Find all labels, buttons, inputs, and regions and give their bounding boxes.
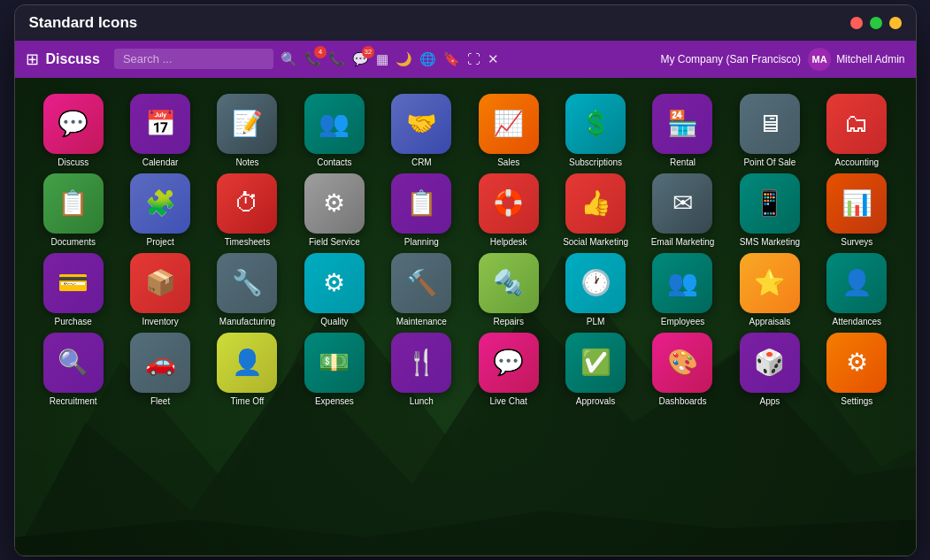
project-label: Project [147,237,174,248]
app-item-quality[interactable]: ⚙Quality [294,253,375,327]
user-info: MA Mitchell Admin [808,48,904,71]
contacts-label: Contacts [317,157,351,168]
surveys-label: Surveys [841,237,872,248]
expenses-icon: 💵 [304,333,365,393]
grid-menu-icon[interactable]: ⊞ [26,50,39,69]
app-item-inventory[interactable]: 📦Inventory [119,253,201,327]
timeoff-icon: 👤 [217,333,277,393]
timesheets-icon: ⏱ [217,173,277,234]
repairs-label: Repairs [493,317,523,327]
bookmark-icon[interactable]: 🔖 [443,51,460,67]
fieldservice-label: Field Service [309,237,360,248]
app-item-settings[interactable]: ⚙Settings [816,333,897,407]
chat-icon[interactable]: 💬 32 [352,51,369,67]
app-item-timesheets[interactable]: ⏱Timesheets [206,173,288,248]
app-item-approvals[interactable]: ✅Approvals [555,333,636,407]
app-item-planning[interactable]: 📋Planning [380,173,462,248]
inventory-label: Inventory [142,317,179,327]
approvals-icon: ✅ [565,333,626,393]
grid-icon[interactable]: ▦ [376,51,388,67]
maximize-button[interactable] [870,17,882,29]
fleet-label: Fleet [150,396,170,407]
app-item-fieldservice[interactable]: ⚙Field Service [294,173,375,248]
close-button[interactable] [850,17,863,29]
apps-grid: 💬Discuss📅Calendar📝Notes👥Contacts🤝CRM📈Sal… [15,78,916,423]
minimize-button[interactable] [889,17,902,29]
sales-icon: 📈 [479,94,539,154]
phone-icon[interactable]: 📞 4 [304,51,321,67]
app-item-manufacturing[interactable]: 🔧Manufacturing [206,253,288,327]
purchase-label: Purchase [55,317,92,327]
app-item-sales[interactable]: 📈Sales [468,94,550,168]
discuss-label: Discuss [58,157,88,168]
maintenance-label: Maintenance [396,317,447,327]
inventory-icon: 📦 [130,253,190,313]
app-item-apps[interactable]: 🎲Apps [729,333,811,407]
app-item-calendar[interactable]: 📅Calendar [119,94,201,168]
app-item-fleet[interactable]: 🚗Fleet [119,333,201,407]
app-item-livechat[interactable]: 💬Live Chat [468,333,550,407]
app-item-purchase[interactable]: 💳Purchase [33,253,114,327]
app-item-project[interactable]: 🧩Project [119,173,201,248]
app-item-rental[interactable]: 🏪Rental [642,94,723,168]
socialmarketing-icon: 👍 [565,173,626,234]
app-item-recruitment[interactable]: 🔍Recruitment [33,333,114,407]
settings-icon: ⚙ [826,333,887,393]
repairs-icon: 🔩 [479,253,539,313]
fieldservice-icon: ⚙ [304,173,365,234]
app-item-crm[interactable]: 🤝CRM [380,94,462,168]
emailmarketing-icon: ✉ [652,173,712,234]
main-content: 💬Discuss📅Calendar📝Notes👥Contacts🤝CRM📈Sal… [15,78,916,556]
rental-icon: 🏪 [652,94,712,154]
globe-icon[interactable]: 🌐 [419,51,436,67]
username: Mitchell Admin [836,53,904,65]
app-item-timeoff[interactable]: 👤Time Off [206,333,288,407]
app-item-employees[interactable]: 👥Employees [642,253,723,327]
app-item-surveys[interactable]: 📊Surveys [816,173,897,248]
app-item-notes[interactable]: 📝Notes [206,94,288,168]
app-item-pos[interactable]: 🖥Point Of Sale [729,94,811,168]
phone-badge: 4 [314,46,327,58]
employees-icon: 👥 [652,253,712,313]
app-item-repairs[interactable]: 🔩Repairs [468,253,550,327]
documents-icon: 📋 [43,173,104,234]
calendar-label: Calendar [142,157,179,168]
app-item-helpdesk[interactable]: 🛟Helpdesk [468,173,550,248]
app-item-discuss[interactable]: 💬Discuss [33,94,114,168]
app-item-lunch[interactable]: 🍴Lunch [380,333,462,407]
close-icon[interactable]: ✕ [488,51,499,67]
app-item-dashboards[interactable]: 🎨Dashboards [642,333,723,407]
manufacturing-icon: 🔧 [217,253,277,313]
smsmarketing-icon: 📱 [740,173,800,234]
app-item-attendances[interactable]: 👤Attendances [816,253,897,327]
app-item-emailmarketing[interactable]: ✉Email Marketing [642,173,723,248]
crm-label: CRM [411,157,432,168]
search-input[interactable] [114,49,273,69]
calendar-icon: 📅 [130,94,190,154]
app-title: Discuss [46,51,100,67]
app-item-plm[interactable]: 🕐PLM [555,253,636,327]
app-item-maintenance[interactable]: 🔨Maintenance [380,253,462,327]
moon-icon[interactable]: 🌙 [396,51,412,67]
plm-label: PLM [587,317,605,327]
expenses-label: Expenses [315,396,354,407]
settings-label: Settings [841,396,872,407]
app-item-smsmarketing[interactable]: 📱SMS Marketing [729,173,811,248]
app-item-appraisals[interactable]: ⭐Appraisals [729,253,811,327]
app-item-expenses[interactable]: 💵Expenses [294,333,375,407]
livechat-icon: 💬 [479,333,539,393]
app-item-accounting[interactable]: 🗂Accounting [816,94,897,168]
app-item-documents[interactable]: 📋Documents [33,173,114,248]
app-item-contacts[interactable]: 👥Contacts [294,94,375,168]
app-item-subscriptions[interactable]: 💲Subscriptions [555,94,636,168]
app-item-socialmarketing[interactable]: 👍Social Marketing [555,173,636,248]
call-icon[interactable]: 📞 [328,51,345,67]
subscriptions-label: Subscriptions [569,157,622,168]
approvals-label: Approvals [576,396,615,407]
dashboards-icon: 🎨 [652,333,712,393]
lunch-label: Lunch [410,396,434,407]
plm-icon: 🕐 [565,253,626,313]
window-controls [850,17,902,29]
expand-icon[interactable]: ⛶ [467,51,480,66]
search-icon[interactable]: 🔍 [281,51,297,67]
